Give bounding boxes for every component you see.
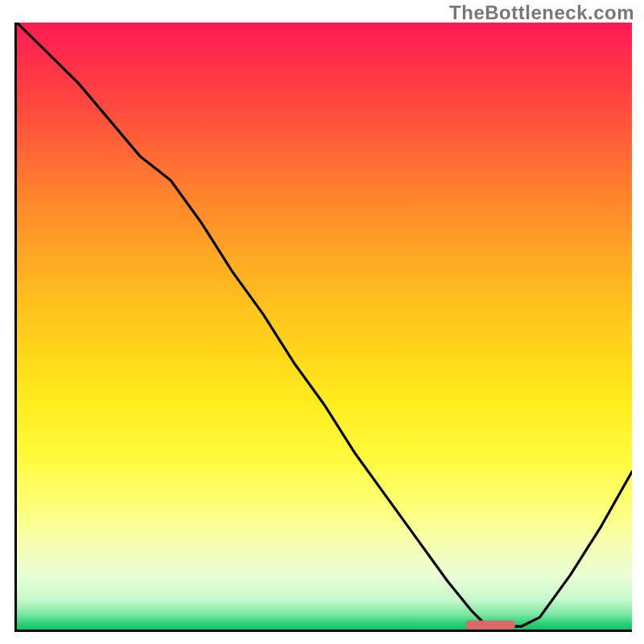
watermark-text: TheBottleneck.com bbox=[449, 2, 634, 24]
bottleneck-curve bbox=[17, 23, 632, 626]
plot-area bbox=[14, 23, 632, 632]
chart-root: TheBottleneck.com bbox=[0, 0, 644, 644]
curve-layer bbox=[17, 23, 632, 630]
optimum-marker bbox=[466, 621, 515, 630]
